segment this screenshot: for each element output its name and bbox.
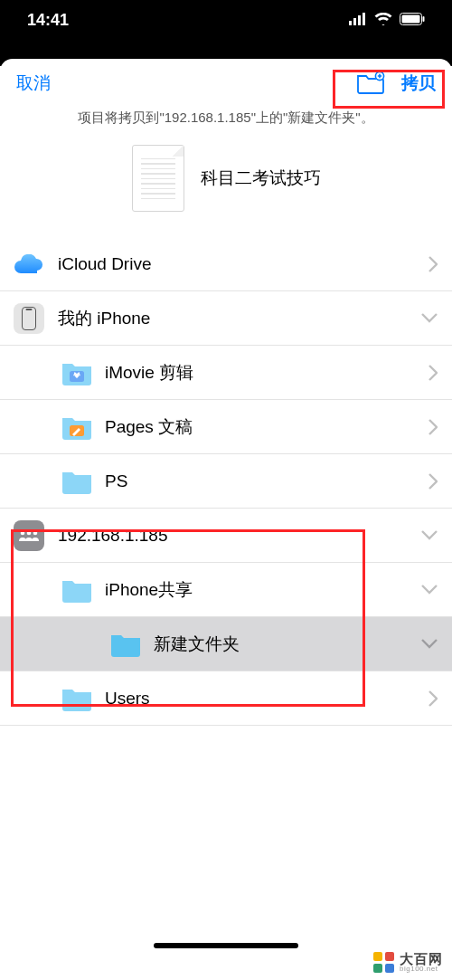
location-label: 192.168.1.185 <box>58 526 168 546</box>
chevron-down-icon <box>421 639 438 649</box>
location-server[interactable]: 192.168.1.185 <box>0 509 452 563</box>
chevron-down-icon <box>421 585 438 595</box>
notch <box>163 7 289 36</box>
svg-point-12 <box>21 530 25 535</box>
svg-rect-5 <box>402 15 420 24</box>
new-folder-icon[interactable] <box>356 71 385 95</box>
watermark: 大百网 big100.net <box>373 952 443 973</box>
folder-icon <box>61 686 92 711</box>
network-share-icon <box>13 519 45 552</box>
copy-sheet: 取消 拷贝 项目将拷贝到"192.168.1.185"上的"新建文件夹"。 科目… <box>0 59 452 980</box>
chevron-down-icon <box>421 313 438 323</box>
sheet-header: 取消 拷贝 <box>0 59 452 108</box>
svg-rect-1 <box>353 18 356 25</box>
folder-icon <box>61 577 92 603</box>
folder-ps[interactable]: PS <box>0 454 452 509</box>
chevron-right-icon <box>428 256 438 272</box>
folder-label: 新建文件夹 <box>154 633 240 656</box>
folder-icon <box>61 414 92 440</box>
folder-label: Users <box>105 689 150 709</box>
file-preview: 科目二考试技巧 <box>0 136 452 237</box>
svg-rect-3 <box>363 13 365 25</box>
location-label: iCloud Drive <box>58 254 151 274</box>
svg-rect-0 <box>349 21 352 25</box>
copy-destination-text: 项目将拷贝到"192.168.1.185"上的"新建文件夹"。 <box>0 108 452 136</box>
folder-label: PS <box>105 471 127 491</box>
chevron-right-icon <box>428 690 438 707</box>
folder-imovie[interactable]: iMovie 剪辑 <box>0 346 452 400</box>
wifi-icon <box>374 11 392 30</box>
svg-rect-2 <box>358 15 361 25</box>
svg-point-10 <box>76 375 79 377</box>
watermark-name: 大百网 <box>400 952 443 966</box>
battery-icon <box>400 11 425 30</box>
document-icon <box>132 145 184 212</box>
folder-new-folder[interactable]: 新建文件夹 <box>0 617 452 671</box>
folder-label: iMovie 剪辑 <box>105 361 193 385</box>
folder-users[interactable]: Users <box>0 671 452 726</box>
cancel-button[interactable]: 取消 <box>16 71 51 95</box>
svg-point-13 <box>33 530 38 535</box>
location-label: 我的 iPhone <box>58 307 150 330</box>
folder-iphone-share[interactable]: iPhone共享 <box>0 563 452 617</box>
folder-pages[interactable]: Pages 文稿 <box>0 400 452 454</box>
svg-point-14 <box>27 530 32 535</box>
phone-icon <box>13 302 45 335</box>
folder-label: iPhone共享 <box>105 578 193 602</box>
location-my-iphone[interactable]: 我的 iPhone <box>0 291 452 346</box>
svg-rect-6 <box>423 16 425 22</box>
folder-label: Pages 文稿 <box>105 415 193 439</box>
chevron-right-icon <box>428 365 438 381</box>
signal-icon <box>349 11 367 30</box>
watermark-url: big100.net <box>400 966 443 973</box>
folder-icon <box>61 469 92 494</box>
location-icloud[interactable]: iCloud Drive <box>0 237 452 291</box>
home-indicator[interactable] <box>154 943 298 948</box>
status-time: 14:41 <box>27 11 69 30</box>
folder-icon <box>61 360 92 385</box>
folder-icon <box>110 632 141 657</box>
chevron-right-icon <box>428 419 438 435</box>
file-name: 科目二考试技巧 <box>201 167 321 190</box>
chevron-right-icon <box>428 473 438 490</box>
chevron-down-icon <box>421 530 438 540</box>
copy-button[interactable]: 拷贝 <box>401 71 436 95</box>
icloud-icon <box>13 248 45 281</box>
